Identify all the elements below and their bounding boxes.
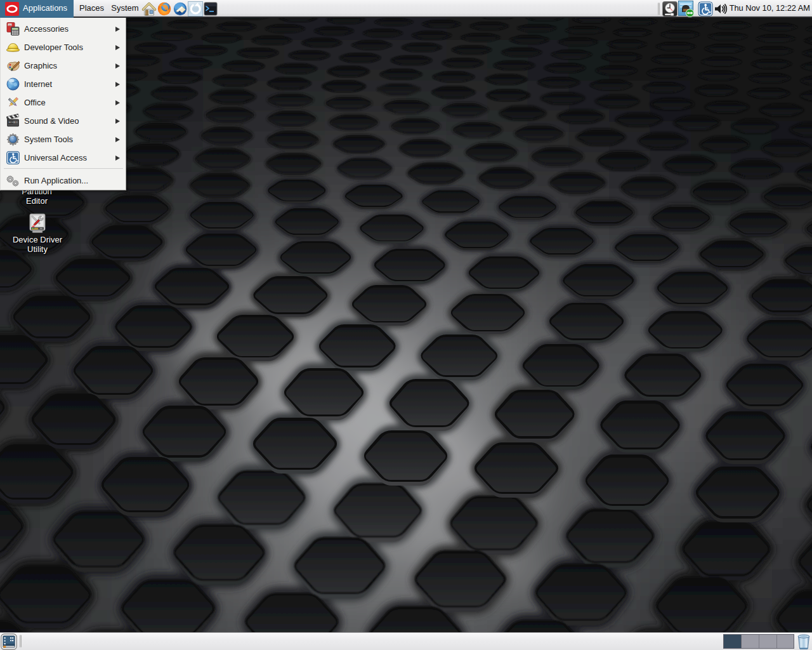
svg-text:MOVIE: MOVIE (9, 121, 16, 124)
svg-text:abc: abc (8, 24, 12, 27)
